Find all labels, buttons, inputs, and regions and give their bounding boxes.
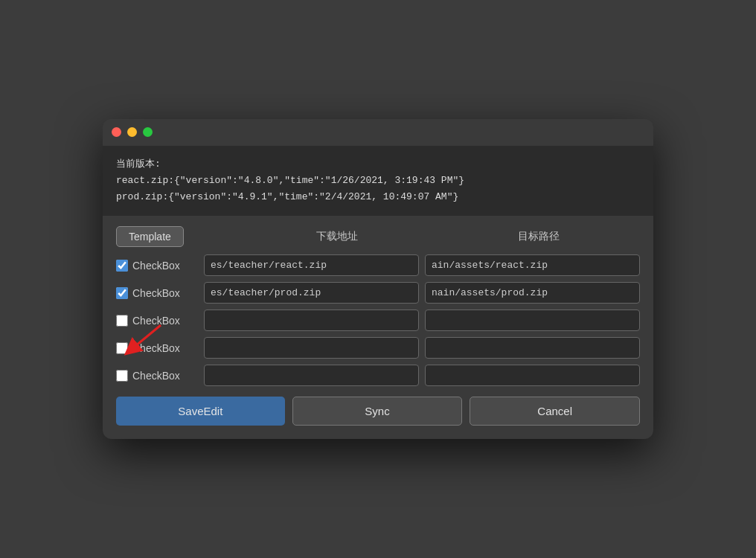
checkbox-3[interactable] (116, 342, 128, 354)
table-row: CheckBox (116, 365, 640, 386)
checkbox-area-2: CheckBox (116, 315, 198, 327)
info-line3: prod.zip:{"version":"4.9.1","time":"2/4/… (116, 189, 640, 205)
target-input-3[interactable] (425, 337, 640, 359)
download-input-3[interactable] (204, 337, 419, 359)
target-input-2[interactable] (425, 310, 640, 331)
checkbox-area-0: CheckBox (116, 260, 198, 272)
target-input-1[interactable] (425, 282, 640, 304)
checkbox-area-3: CheckBox (116, 342, 198, 354)
main-content: Template 下载地址 目标路径 CheckBox (103, 216, 653, 439)
checkbox-1[interactable] (116, 287, 128, 299)
target-input-4[interactable] (425, 365, 640, 386)
checkbox-area-4: CheckBox (116, 370, 198, 382)
save-edit-button[interactable]: SaveEdit (116, 397, 285, 426)
column-headers: 下载地址 目标路径 (214, 230, 640, 243)
maximize-button[interactable] (143, 127, 153, 137)
column-header-download: 下载地址 (214, 230, 438, 243)
close-button[interactable] (112, 127, 121, 137)
main-window: 当前版本: react.zip:{"version":"4.8.0","time… (103, 119, 653, 439)
info-line2: react.zip:{"version":"4.8.0","time":"1/2… (116, 173, 640, 189)
download-input-4[interactable] (204, 365, 419, 386)
table-row: CheckBox (116, 310, 640, 331)
checkbox-label-0: CheckBox (132, 260, 180, 272)
download-input-0[interactable] (204, 254, 419, 276)
template-button[interactable]: Template (116, 226, 184, 247)
rows-container: CheckBox CheckBox CheckBox CheckBox (116, 254, 640, 386)
sync-button[interactable]: Sync (292, 397, 463, 426)
button-row: SaveEdit Sync Cancel (116, 397, 640, 426)
checkbox-2[interactable] (116, 315, 128, 327)
checkbox-label-2: CheckBox (132, 315, 180, 327)
header-row: Template 下载地址 目标路径 (116, 226, 640, 247)
checkbox-label-4: CheckBox (132, 370, 180, 382)
titlebar (103, 119, 653, 146)
table-row: CheckBox (116, 254, 640, 276)
download-input-2[interactable] (204, 310, 419, 331)
checkbox-label-3: CheckBox (132, 342, 180, 354)
minimize-button[interactable] (127, 127, 137, 137)
checkbox-0[interactable] (116, 260, 128, 272)
column-header-target: 目标路径 (438, 230, 640, 243)
table-row: CheckBox (116, 337, 640, 359)
cancel-button[interactable]: Cancel (470, 397, 640, 426)
download-input-1[interactable] (204, 282, 419, 304)
checkbox-label-1: CheckBox (132, 287, 180, 299)
info-panel: 当前版本: react.zip:{"version":"4.8.0","time… (103, 146, 653, 216)
checkbox-area-1: CheckBox (116, 287, 198, 299)
table-row: CheckBox (116, 282, 640, 304)
info-line1: 当前版本: (116, 156, 640, 173)
checkbox-4[interactable] (116, 370, 128, 382)
target-input-0[interactable] (425, 254, 640, 276)
